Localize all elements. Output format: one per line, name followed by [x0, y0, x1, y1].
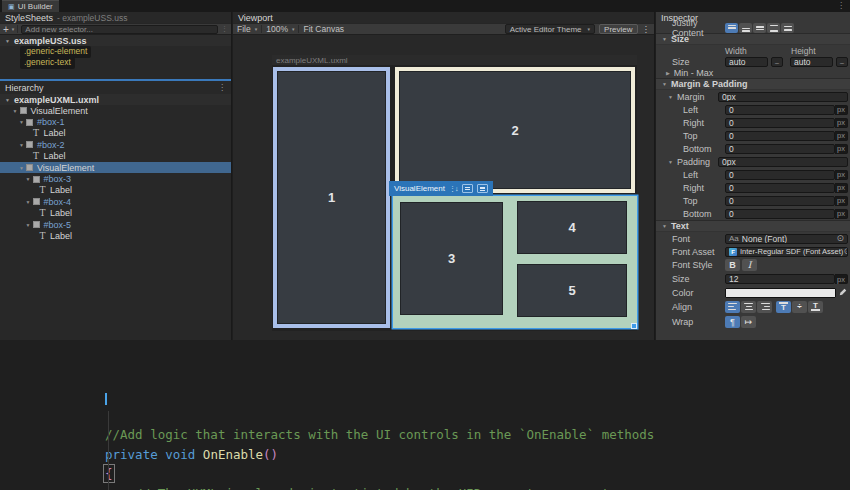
add-selector-dropdown-icon[interactable]: ▾	[12, 26, 15, 32]
margin-top-input[interactable]: 0	[725, 131, 835, 141]
justify-flex-start-button[interactable]	[725, 23, 738, 33]
add-selector-button[interactable]: +	[3, 24, 9, 35]
hierarchy-item-box-1[interactable]: ▼#box-1	[0, 116, 231, 127]
expand-arrow-icon[interactable]: ▼	[18, 119, 25, 125]
align-top-button[interactable]: T	[776, 301, 791, 313]
padding-left-input[interactable]: 0	[725, 170, 835, 180]
justify-space-between-button[interactable]	[767, 23, 780, 33]
wrap-on-button[interactable]: ¶	[725, 316, 740, 328]
canvas-box-3[interactable]: 3	[400, 202, 503, 315]
fit-canvas-button[interactable]: Fit Canvas	[303, 24, 344, 34]
uxml-file-row[interactable]: ▼ exampleUXML.uxml	[0, 94, 231, 105]
expand-arrow-icon[interactable]: ▼	[18, 165, 25, 171]
height-unit-dropdown[interactable]: –	[836, 57, 848, 67]
foldout-arrow-icon[interactable]: ▼	[5, 97, 10, 103]
eyedropper-icon[interactable]	[836, 288, 848, 297]
expand-arrow-icon[interactable]: ▼	[25, 222, 32, 228]
min-max-foldout[interactable]: ▶ Min - Max	[656, 68, 850, 78]
hierarchy-item-visualelement[interactable]: ▼VisualElement	[0, 162, 231, 173]
uss-file-row[interactable]: ▼ exampleUSS.uss	[0, 35, 231, 46]
font-asset-object-field[interactable]: F Inter-Regular SDF (Font Asset) ⊙	[725, 247, 848, 257]
px-suffix[interactable]: px	[835, 274, 848, 284]
hierarchy-item-box-5[interactable]: ▼#box-5	[0, 219, 231, 230]
foldout-arrow-icon[interactable]: ▼	[5, 38, 10, 44]
width-input[interactable]: auto	[725, 57, 768, 67]
px-suffix[interactable]: px	[835, 105, 848, 115]
px-suffix[interactable]: px	[835, 209, 848, 219]
text-section-header[interactable]: ▼ Text	[656, 220, 850, 232]
text-size-input[interactable]: 12	[725, 274, 835, 284]
code-editor[interactable]: //Add logic that interacts with the UI c…	[0, 340, 850, 490]
padding-top-input[interactable]: 0	[725, 196, 835, 206]
color-swatch[interactable]	[725, 288, 836, 298]
hierarchy-item-visualelement[interactable]: ▼VisualElement	[0, 105, 231, 116]
hierarchy-item-box-4[interactable]: ▼#box-4	[0, 196, 231, 207]
padding-bottom-input[interactable]: 0	[725, 209, 835, 219]
canvas-box-2[interactable]: 2	[395, 67, 635, 193]
object-picker-icon[interactable]: ⊙	[843, 247, 848, 256]
align-right-button[interactable]	[757, 301, 772, 313]
editor-theme-dropdown[interactable]: Active Editor Theme ▾	[505, 24, 595, 34]
height-input[interactable]: auto	[790, 57, 833, 67]
margin-left-input[interactable]: 0	[725, 105, 835, 115]
padding-summary-field[interactable]: 0px	[718, 157, 848, 167]
expand-arrow-icon[interactable]: ▼	[12, 108, 19, 114]
margin-right-input[interactable]: 0	[725, 118, 835, 128]
stylesheets-options-icon[interactable]: ⋮	[221, 25, 228, 33]
file-menu[interactable]: File	[237, 24, 251, 34]
ui-builder-tab[interactable]: ▣ UI Builder	[2, 0, 59, 12]
hierarchy-item-label[interactable]: TLabel	[0, 185, 231, 196]
hierarchy-menu-icon[interactable]: ⋮	[218, 83, 226, 92]
move-handle-icon[interactable]: ⋮↓	[449, 185, 458, 193]
bold-button[interactable]: B	[725, 259, 740, 271]
align-items-icon[interactable]	[462, 184, 473, 193]
justify-flex-end-button[interactable]	[739, 23, 752, 33]
margin-foldout-row[interactable]: ▼ Margin 0px	[656, 90, 850, 103]
px-suffix[interactable]: px	[835, 131, 848, 141]
hierarchy-item-box-3[interactable]: ▼#box-3	[0, 173, 231, 184]
justify-space-around-button[interactable]	[781, 23, 794, 33]
px-suffix[interactable]: px	[835, 196, 848, 206]
margin-padding-section-header[interactable]: ▼ Margin & Padding	[656, 78, 850, 90]
canvas-selected-group[interactable]: 3 4 5	[393, 196, 637, 328]
preview-button[interactable]: Preview	[599, 24, 637, 34]
justify-center-button[interactable]	[753, 23, 766, 33]
px-suffix[interactable]: px	[835, 144, 848, 154]
expand-arrow-icon[interactable]: ▼	[18, 142, 25, 148]
uss-selector-row[interactable]: .generic-text	[0, 57, 231, 68]
align-left-button[interactable]	[725, 301, 740, 313]
expand-arrow-icon[interactable]: ▼	[25, 199, 32, 205]
hierarchy-item-box-2[interactable]: ▼#box-2	[0, 139, 231, 150]
hierarchy-item-label[interactable]: TLabel	[0, 230, 231, 241]
window-menu-icon[interactable]: ⋮	[837, 1, 845, 10]
align-bottom-button[interactable]: T	[808, 301, 823, 313]
canvas-title-bar[interactable]: exampleUXML.uxml	[272, 55, 637, 65]
hierarchy-item-label[interactable]: TLabel	[0, 208, 231, 219]
canvas-box-4[interactable]: 4	[517, 201, 627, 254]
margin-summary-field[interactable]: 0px	[718, 92, 848, 102]
padding-foldout-row[interactable]: ▼ Padding 0px	[656, 155, 850, 168]
canvas[interactable]: 1 2 3 4 5 VisualElement ⋮↓	[272, 65, 637, 331]
zoom-level[interactable]: 100%	[266, 24, 288, 34]
selection-header[interactable]: VisualElement ⋮↓	[389, 181, 493, 196]
justify-content-icon[interactable]	[477, 184, 488, 193]
object-picker-icon[interactable]: ⊙	[836, 234, 844, 243]
px-suffix[interactable]: px	[835, 170, 848, 180]
px-suffix[interactable]: px	[835, 183, 848, 193]
expand-arrow-icon[interactable]: ▼	[25, 176, 32, 182]
viewport-menu-icon[interactable]: ⋮	[642, 24, 651, 34]
margin-bottom-input[interactable]: 0	[725, 144, 835, 154]
canvas-box-5[interactable]: 5	[517, 264, 627, 317]
align-middle-button[interactable]: ÷	[792, 301, 807, 313]
hierarchy-item-label[interactable]: TLabel	[0, 128, 231, 139]
resize-handle[interactable]	[631, 323, 637, 329]
add-selector-input[interactable]: Add new selector...	[21, 25, 218, 34]
size-section-header[interactable]: ▼ Size	[656, 33, 850, 45]
italic-button[interactable]: I	[742, 259, 757, 271]
canvas-box-1[interactable]: 1	[273, 67, 390, 328]
uss-selector-row[interactable]: .generic-element	[0, 46, 231, 57]
px-suffix[interactable]: px	[835, 118, 848, 128]
font-object-field[interactable]: Aa None (Font) ⊙	[725, 234, 848, 244]
padding-right-input[interactable]: 0	[725, 183, 835, 193]
width-unit-dropdown[interactable]: –	[771, 57, 783, 67]
